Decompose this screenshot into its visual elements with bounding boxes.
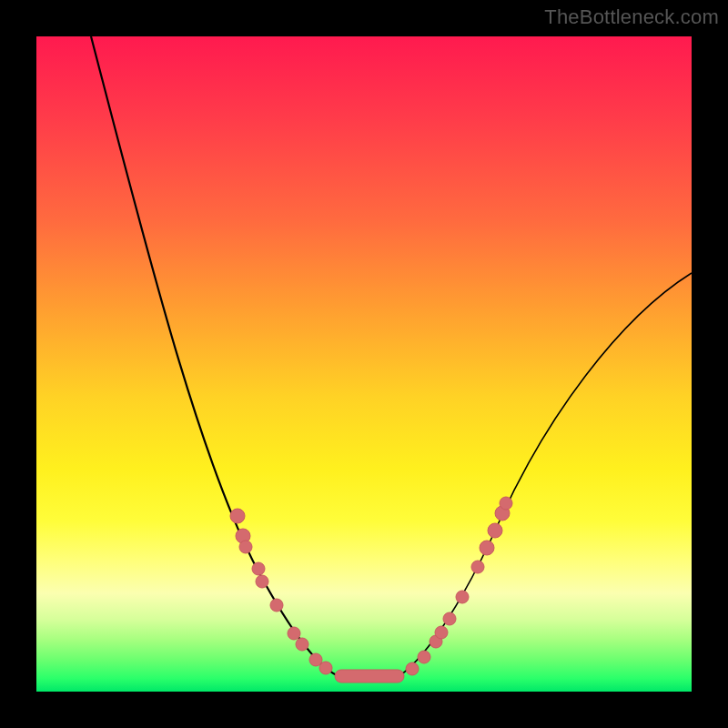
dot-right-3 — [435, 626, 448, 639]
dot-left-3 — [252, 562, 265, 575]
dot-left-2 — [239, 541, 252, 553]
left-curve — [91, 36, 337, 675]
dot-right-10 — [500, 497, 512, 510]
chart-frame: TheBottleneck.com — [0, 0, 728, 728]
dots-right-group — [406, 497, 512, 675]
dot-right-1 — [418, 651, 430, 663]
dot-right-7 — [480, 541, 494, 555]
dot-left-7 — [296, 638, 308, 651]
plot-area — [36, 36, 692, 692]
dot-right-8 — [488, 523, 502, 538]
dot-right-4 — [443, 612, 456, 625]
dot-right-5 — [456, 591, 469, 603]
dots-left-group — [230, 509, 332, 674]
dot-left-6 — [288, 627, 300, 640]
dot-left-0 — [230, 509, 245, 523]
dot-left-5 — [270, 599, 283, 612]
flat-min-bar — [335, 670, 404, 682]
dot-left-4 — [256, 575, 268, 588]
chart-svg — [36, 36, 692, 692]
watermark-text: TheBottleneck.com — [544, 5, 719, 29]
dot-left-9 — [319, 662, 332, 674]
dot-right-0 — [406, 662, 419, 675]
dot-right-6 — [471, 561, 484, 573]
